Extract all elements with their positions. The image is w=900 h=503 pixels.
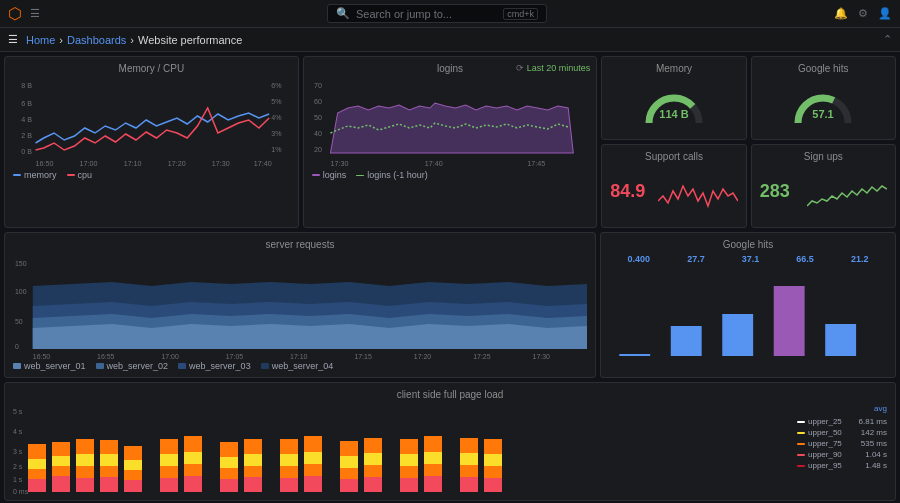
- svg-text:4 s: 4 s: [13, 428, 23, 435]
- svg-text:4%: 4%: [271, 114, 282, 122]
- svg-rect-77: [124, 470, 142, 480]
- search-icon: 🔍: [336, 7, 350, 20]
- svg-text:17:10: 17:10: [124, 160, 142, 168]
- support-calls-title: Support calls: [610, 151, 737, 162]
- memory-gauge: 114 B: [639, 78, 709, 133]
- d-series-val: 66.5: [796, 254, 814, 264]
- svg-marker-21: [330, 103, 573, 153]
- svg-rect-85: [184, 464, 202, 476]
- svg-rect-105: [340, 468, 358, 479]
- b-series-val: 27.7: [687, 254, 705, 264]
- svg-rect-102: [304, 452, 322, 464]
- svg-text:17:05: 17:05: [226, 353, 243, 359]
- google-hits-gauge-title: Google hits: [760, 63, 887, 74]
- legend-upper95: upper_95 1.48 s: [797, 461, 887, 470]
- legend-upper75: upper_75 535 ms: [797, 439, 887, 448]
- logins-panel: logins ⟳ Last 20 minutes 70 60 50 40 20 …: [303, 56, 598, 228]
- client-page-load-row: client side full page load 5 s 4 s 3 s 2…: [4, 382, 896, 501]
- topbar-left: ⬡ ☰: [8, 4, 40, 23]
- svg-text:6%: 6%: [271, 82, 282, 90]
- a-series-val: 0.400: [628, 254, 651, 264]
- svg-rect-111: [364, 438, 382, 453]
- legend-web4: web_server_04: [261, 361, 334, 371]
- google-hits-gauge-panel: Google hits 57.1: [751, 56, 896, 140]
- svg-rect-46: [722, 314, 753, 356]
- c-series-val: 37.1: [742, 254, 760, 264]
- grafana-logo: ⬡: [8, 4, 22, 23]
- nav-menu-icon[interactable]: ☰: [8, 33, 18, 46]
- svg-rect-123: [460, 438, 478, 453]
- svg-rect-86: [184, 452, 202, 464]
- svg-text:17:40: 17:40: [254, 160, 272, 168]
- sign-ups-title: Sign ups: [760, 151, 887, 162]
- svg-text:16:50: 16:50: [33, 353, 50, 359]
- legend-web3: web_server_03: [178, 361, 251, 371]
- svg-text:17:40: 17:40: [424, 160, 442, 168]
- legend-web2: web_server_02: [96, 361, 169, 371]
- memory-gauge-panel: Memory 114 B: [601, 56, 746, 140]
- svg-rect-76: [124, 480, 142, 492]
- svg-text:2 s: 2 s: [13, 463, 23, 470]
- time-range: ⟳ Last 20 minutes: [516, 63, 590, 73]
- svg-rect-100: [304, 476, 322, 492]
- svg-text:17:20: 17:20: [414, 353, 431, 359]
- svg-rect-91: [220, 442, 238, 457]
- breadcrumb-home[interactable]: Home: [26, 34, 55, 46]
- svg-rect-110: [364, 453, 382, 465]
- svg-text:0 B: 0 B: [21, 148, 32, 156]
- svg-rect-122: [460, 453, 478, 465]
- collapse-icon[interactable]: ⌃: [883, 33, 892, 46]
- svg-rect-90: [220, 457, 238, 468]
- svg-text:17:30: 17:30: [533, 353, 550, 359]
- svg-rect-121: [460, 465, 478, 477]
- svg-rect-69: [76, 466, 94, 478]
- svg-rect-104: [340, 479, 358, 492]
- svg-rect-106: [340, 456, 358, 468]
- svg-text:17:30: 17:30: [212, 160, 230, 168]
- user-icon[interactable]: 👤: [878, 7, 892, 20]
- svg-text:5 s: 5 s: [13, 408, 23, 415]
- breadcrumb: ☰ Home › Dashboards › Website performanc…: [8, 33, 242, 46]
- logins-chart: 70 60 50 40 20 17:30 17:40 17:45: [312, 78, 589, 168]
- svg-rect-82: [160, 454, 178, 466]
- svg-text:100: 100: [15, 288, 27, 295]
- svg-text:8 B: 8 B: [21, 82, 32, 90]
- svg-rect-47: [774, 286, 805, 356]
- search-bar[interactable]: 🔍 Search or jump to... cmd+k: [327, 4, 547, 23]
- sign-ups-panel: Sign ups 283: [751, 144, 896, 228]
- svg-rect-84: [184, 476, 202, 492]
- svg-text:50: 50: [15, 318, 23, 325]
- svg-text:17:25: 17:25: [473, 353, 490, 359]
- alert-icon[interactable]: 🔔: [834, 7, 848, 20]
- server-requests-panel: server requests 150 100 50 0 16:50 16:55…: [4, 232, 596, 378]
- client-page-load-chart: 5 s 4 s 3 s 2 s 1 s 0 ms: [13, 404, 793, 494]
- svg-text:3%: 3%: [271, 130, 282, 138]
- svg-text:17:45: 17:45: [527, 160, 545, 168]
- svg-text:2 B: 2 B: [21, 132, 32, 140]
- legend-upper50: upper_50 142 ms: [797, 428, 887, 437]
- topbar-right: 🔔 ⚙ 👤: [834, 7, 892, 20]
- svg-rect-87: [184, 436, 202, 452]
- svg-rect-74: [100, 454, 118, 466]
- google-hits-gauge: 57.1: [788, 78, 858, 133]
- svg-rect-68: [76, 478, 94, 492]
- svg-text:16:50: 16:50: [36, 160, 54, 168]
- server-requests-title: server requests: [13, 239, 587, 250]
- svg-text:17:00: 17:00: [80, 160, 98, 168]
- hamburger-menu[interactable]: ☰: [30, 7, 40, 20]
- breadcrumb-dashboards[interactable]: Dashboards: [67, 34, 126, 46]
- nav-bar: ☰ Home › Dashboards › Website performanc…: [0, 28, 900, 52]
- svg-rect-44: [619, 354, 650, 356]
- svg-rect-109: [364, 465, 382, 477]
- svg-text:1 s: 1 s: [13, 476, 23, 483]
- settings-icon[interactable]: ⚙: [858, 7, 868, 20]
- legend-upper90: upper_90 1.04 s: [797, 450, 887, 459]
- svg-text:150: 150: [15, 260, 27, 267]
- svg-rect-88: [220, 479, 238, 492]
- svg-rect-70: [76, 454, 94, 466]
- svg-rect-62: [28, 459, 46, 469]
- svg-text:57.1: 57.1: [813, 108, 834, 120]
- svg-rect-115: [400, 439, 418, 454]
- google-hits-bar-chart: A-series B-series C-series D-series E-se…: [609, 266, 887, 356]
- svg-text:17:15: 17:15: [354, 353, 371, 359]
